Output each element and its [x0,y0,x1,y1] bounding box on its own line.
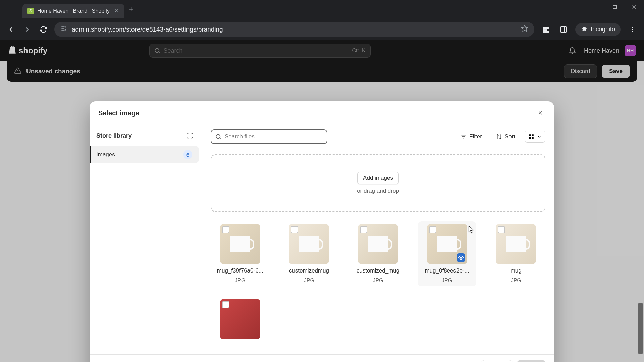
add-images-button[interactable]: Add images [357,172,399,184]
checkbox[interactable] [222,226,229,233]
modal-footer: Cancel Done [90,354,554,362]
thumb-type: JPG [373,278,383,284]
thumb-image [289,224,329,264]
address-bar-row: admin.shopify.com/store/de8143-a6/settin… [0,18,644,40]
modal-title: Select image [98,109,139,117]
search-files[interactable] [211,129,327,144]
reload-button[interactable] [38,24,48,35]
image-thumb[interactable]: mug JPG [486,221,545,286]
thumb-type: JPG [304,278,314,284]
svg-point-8 [65,29,66,31]
checkbox[interactable] [291,226,298,233]
minimize-button[interactable] [586,0,605,14]
modal-body: Store library Images 6 F [90,125,554,354]
checkbox[interactable] [429,226,436,233]
svg-rect-29 [529,137,531,139]
image-thumb[interactable]: customized_mug JPG [348,221,408,286]
cancel-button[interactable]: Cancel [481,360,513,362]
url-text: admin.shopify.com/store/de8143-a6/settin… [72,26,516,33]
svg-rect-28 [532,134,534,136]
chevron-down-icon [537,134,542,139]
modal-main: Filter Sort Add images or drag and drop [202,125,554,354]
filter-label: Filter [469,133,482,140]
image-grid: mug_f39f76a0-6... JPG customizedmug JPG … [211,221,545,342]
window-controls [586,0,644,14]
svg-point-7 [65,26,66,27]
filter-icon [461,134,467,140]
svg-rect-1 [613,5,616,9]
modal-header: Select image × [90,101,554,125]
maximize-button[interactable] [605,0,625,14]
browser-chrome: S Home Haven · Brand · Shopify × + admin… [0,0,644,40]
url-bar[interactable]: admin.shopify.com/store/de8143-a6/settin… [54,22,534,37]
panel-icon[interactable] [558,24,569,35]
menu-icon[interactable] [627,24,638,35]
sidebar-item-label: Images [96,151,115,158]
sort-button[interactable]: Sort [491,131,520,143]
incognito-icon [581,26,588,33]
checkbox[interactable] [360,226,367,233]
filter-button[interactable]: Filter [456,131,487,143]
thumb-name: customizedmug [289,267,329,274]
svg-point-16 [632,29,633,30]
scan-icon[interactable] [185,131,195,141]
svg-rect-10 [543,27,549,28]
image-thumb[interactable]: mug_f39f76a0-6... JPG [211,221,270,286]
sidebar-item-count: 6 [183,150,192,159]
image-thumb[interactable] [211,296,270,342]
forward-button[interactable] [22,24,32,35]
shopify-favicon: S [27,8,34,14]
svg-rect-27 [529,134,531,136]
checkbox[interactable] [498,226,505,233]
close-tab-icon[interactable]: × [113,7,120,14]
thumb-image [220,224,260,264]
thumb-name: mug_0f8eec2e-... [425,267,469,274]
new-tab-button[interactable]: + [129,5,133,14]
thumb-image [220,299,260,339]
incognito-badge[interactable]: Incognito [575,23,621,36]
app-area: shopify Ctrl K Home Haven HH Unsaved cha… [0,40,644,362]
checkbox[interactable] [222,301,229,308]
thumb-name: mug_f39f76a0-6... [217,267,263,274]
search-icon [215,134,221,140]
close-icon[interactable]: × [535,108,545,118]
thumb-type: JPG [511,278,521,284]
svg-point-17 [632,31,633,32]
extensions-icon[interactable] [540,24,552,35]
sidebar-item-images[interactable]: Images 6 [90,146,199,163]
svg-marker-9 [522,25,528,31]
modal-sidebar: Store library Images 6 [90,125,202,354]
svg-rect-30 [532,137,534,139]
svg-rect-12 [543,31,549,32]
thumb-image [427,224,467,264]
browser-tab[interactable]: S Home Haven · Brand · Shopify × [22,4,124,18]
svg-point-22 [216,134,220,138]
view-toggle[interactable] [525,131,545,143]
grid-icon [528,134,534,140]
svg-point-31 [460,257,462,258]
thumb-name: mug [511,267,522,274]
close-window-button[interactable] [625,0,644,14]
modal-content: Add images or drag and drop mug_f39f76a0… [202,149,554,354]
thumb-type: JPG [442,278,452,284]
back-button[interactable] [6,24,16,35]
image-thumb[interactable]: mug_0f8eec2e-... JPG [418,221,477,286]
thumb-image [358,224,398,264]
modal-toolbar: Filter Sort [202,125,554,149]
sort-icon [496,134,502,140]
image-thumb[interactable]: customizedmug JPG [280,221,339,286]
svg-point-15 [632,27,633,28]
bookmark-star-icon[interactable] [521,25,528,34]
svg-rect-13 [561,26,567,32]
thumb-name: customized_mug [357,267,400,274]
select-image-modal: Select image × Store library Images 6 [90,101,554,362]
svg-rect-11 [543,29,547,31]
preview-icon[interactable] [457,253,465,262]
search-files-input[interactable] [225,133,323,140]
done-button: Done [517,360,545,362]
dropzone[interactable]: Add images or drag and drop [211,154,545,212]
sort-label: Sort [505,133,515,140]
site-settings-icon[interactable] [60,25,67,34]
thumb-image [496,224,536,264]
tab-title: Home Haven · Brand · Shopify [37,8,110,14]
